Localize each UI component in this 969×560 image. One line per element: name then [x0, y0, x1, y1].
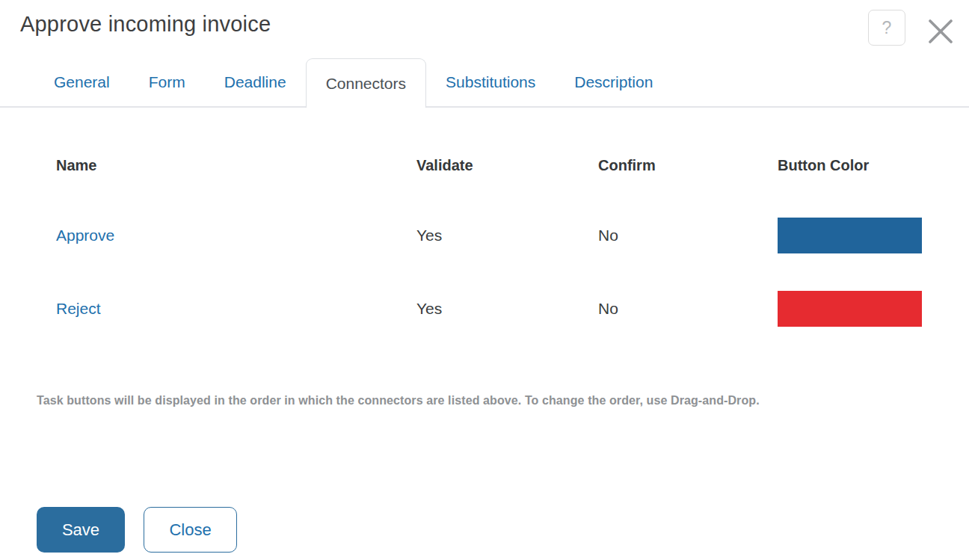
confirm-value: No [598, 300, 778, 318]
connector-link-reject[interactable]: Reject [56, 300, 416, 318]
column-header-name: Name [56, 157, 416, 174]
tab-deadline[interactable]: Deadline [205, 58, 306, 106]
table-row[interactable]: Approve Yes No [56, 218, 924, 253]
validate-value: Yes [416, 300, 598, 318]
connector-link-approve[interactable]: Approve [56, 227, 416, 244]
tab-description[interactable]: Description [555, 58, 672, 106]
column-header-confirm: Confirm [598, 157, 778, 174]
drag-drop-note: Task buttons will be displayed in the or… [37, 394, 939, 407]
column-header-button-color: Button Color [778, 157, 924, 174]
question-mark-icon: ? [882, 18, 892, 38]
close-button[interactable]: Close [144, 507, 237, 553]
button-color-swatch [778, 218, 922, 253]
table-header-row: Name Validate Confirm Button Color [56, 155, 924, 176]
help-button[interactable]: ? [868, 10, 905, 46]
tab-bar: General Form Deadline Connectors Substit… [0, 58, 969, 108]
validate-value: Yes [416, 227, 598, 244]
tab-connectors[interactable]: Connectors [306, 58, 426, 108]
confirm-value: No [598, 227, 778, 244]
tab-general[interactable]: General [34, 58, 129, 106]
button-color-swatch [778, 291, 922, 327]
tab-form[interactable]: Form [129, 58, 205, 106]
close-icon [927, 18, 954, 45]
save-button[interactable]: Save [37, 507, 125, 553]
tab-substitutions[interactable]: Substitutions [426, 58, 555, 106]
page-title: Approve incoming invoice [20, 12, 271, 37]
connectors-table: Name Validate Confirm Button Color Appro… [56, 155, 924, 327]
dialog-actions: Save Close [37, 507, 237, 553]
column-header-validate: Validate [416, 157, 598, 174]
table-row[interactable]: Reject Yes No [56, 291, 924, 327]
close-dialog-button[interactable] [924, 15, 957, 48]
